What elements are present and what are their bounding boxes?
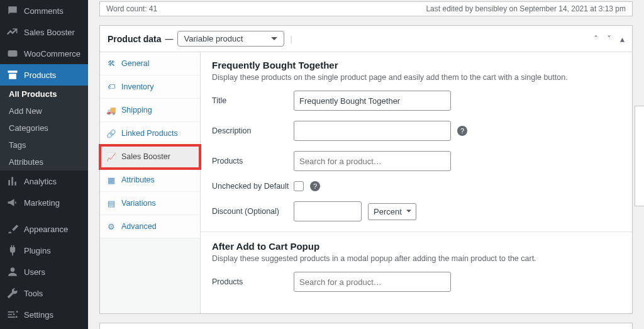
tab-label: Variations [121,199,156,208]
side-panel-edge [635,106,644,206]
fbt-products-input[interactable] [294,151,451,171]
product-data-tabs: 🛠General 🏷Inventory 🚚Shipping 🔗Linked Pr… [100,52,201,313]
fbt-desc: Display these products on the single pro… [212,73,621,82]
product-type-value: Variable product [184,34,243,43]
tab-label: General [121,59,149,68]
panel-down-icon[interactable]: ˅ [607,34,611,44]
submenu-tags[interactable]: Tags [0,137,88,153]
collapse-menu[interactable]: ◀ Collapse menu [0,325,88,329]
sidebar-item-products[interactable]: Products [0,64,88,86]
main-content: Word count: 41 Last edited by bensibley … [88,0,644,329]
fbt-discount-input[interactable] [294,201,362,221]
sliders-icon [6,308,19,321]
help-icon[interactable]: ? [457,126,467,136]
tab-general[interactable]: 🛠General [100,52,200,75]
fbt-products-label: Products [212,157,294,165]
admin-sidebar: Comments Sales Booster WooCommerce Produ… [0,0,88,329]
megaphone-icon [6,196,19,209]
user-icon [6,265,19,278]
grid-icon: ▦ [106,175,116,185]
bar-chart-icon [6,175,19,187]
submenu-add-new[interactable]: Add New [0,103,88,120]
tab-label: Inventory [121,82,153,91]
sidebar-label: Comments [24,6,64,16]
woocommerce-icon [6,47,19,60]
tab-shipping[interactable]: 🚚Shipping [100,99,200,122]
fbt-title-input[interactable] [294,91,451,111]
tab-sales-booster[interactable]: 📈Sales Booster [100,145,200,169]
fbt-discount-unit-value: Percent [374,207,402,216]
divider: | [291,34,292,43]
aac-products-label: Products [212,277,294,286]
tab-label: Advanced [121,222,157,231]
word-count: Word count: 41 [106,4,157,13]
short-description-panel: Product short description [99,323,633,329]
sidebar-item-woocommerce[interactable]: WooCommerce [0,43,88,64]
tag-icon: 🏷 [106,82,116,92]
tab-label: Sales Booster [121,152,170,161]
archive-icon [6,69,19,81]
sidebar-item-users[interactable]: Users [0,261,88,282]
submenu-attributes[interactable]: Attributes [0,153,88,170]
chart-up-icon [6,26,19,38]
panel-header: Product data — Variable product | ˄ ˅ ▴ [100,26,632,52]
aac-heading: After Add to Cart Popup [212,241,621,252]
wrench-icon: 🛠 [106,59,116,69]
editor-meta-bar: Word count: 41 Last edited by bensibley … [99,1,633,16]
submenu-categories[interactable]: Categories [0,120,88,137]
fbt-title-label: Title [212,96,294,105]
sidebar-item-tools[interactable]: Tools [0,282,88,304]
fbt-description-label: Description [212,126,294,135]
panel-toggle-icon[interactable]: ▴ [620,34,625,44]
tab-label: Shipping [121,106,152,114]
sidebar-label: Settings [24,310,53,320]
fbt-description-input[interactable] [294,121,451,141]
panel-up-icon[interactable]: ˄ [594,34,598,44]
fbt-discount-label: Discount (Optional) [212,207,294,216]
plug-icon [6,244,19,257]
sidebar-item-plugins[interactable]: Plugins [0,240,88,261]
chart-up-icon: 📈 [106,152,116,162]
tab-content: Frequently Bought Together Display these… [201,52,632,313]
sidebar-item-sales-booster[interactable]: Sales Booster [0,21,88,43]
products-submenu: All Products Add New Categories Tags Att… [0,86,88,170]
truck-icon: 🚚 [106,105,116,115]
sidebar-label: Users [24,267,45,277]
gear-icon: ⚙ [106,221,116,231]
sidebar-label: WooCommerce [24,49,80,59]
tab-linked-products[interactable]: 🔗Linked Products [100,122,200,145]
last-edited: Last edited by bensibley on September 14… [426,4,626,13]
product-data-panel: Product data — Variable product | ˄ ˅ ▴ … [99,25,633,314]
sidebar-item-comments[interactable]: Comments [0,0,88,21]
wrench-icon [6,287,19,299]
sidebar-item-analytics[interactable]: Analytics [0,170,88,192]
submenu-all-products[interactable]: All Products [0,86,88,103]
tab-label: Linked Products [121,129,178,138]
fbt-unchecked-checkbox[interactable] [294,181,304,191]
panel-title: Product data [108,34,162,44]
tab-label: Attributes [121,176,155,184]
sidebar-label: Analytics [24,177,57,186]
sidebar-item-appearance[interactable]: Appearance [0,218,88,240]
brush-icon [6,223,19,235]
help-icon[interactable]: ? [310,181,320,191]
sidebar-label: Plugins [24,246,51,255]
comment-icon [6,4,19,17]
tab-advanced[interactable]: ⚙Advanced [100,215,200,238]
sidebar-label: Appearance [24,225,68,234]
fbt-discount-unit-select[interactable]: Percent [368,203,416,220]
sidebar-item-marketing[interactable]: Marketing [0,192,88,213]
section-divider [201,231,632,232]
sidebar-item-settings[interactable]: Settings [0,304,88,325]
aac-products-input[interactable] [294,272,451,292]
tab-variations[interactable]: ▤Variations [100,192,200,215]
tab-attributes[interactable]: ▦Attributes [100,169,200,192]
product-type-select[interactable]: Variable product [177,31,284,47]
fbt-heading: Frequently Bought Together [212,60,621,70]
link-icon: 🔗 [106,128,116,138]
sidebar-label: Products [24,70,56,80]
layers-icon: ▤ [106,198,116,208]
aac-desc: Display these suggested products in a mo… [212,254,621,263]
panel-controls: ˄ ˅ ▴ [594,34,625,44]
tab-inventory[interactable]: 🏷Inventory [100,75,200,99]
